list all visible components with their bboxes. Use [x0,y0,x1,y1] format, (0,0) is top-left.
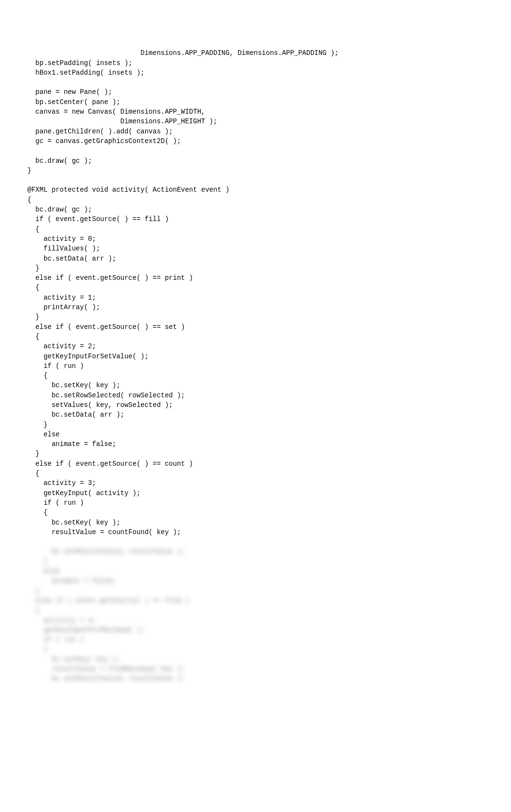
blurred-code-line: { [19,644,492,654]
blurred-code-line: activity = 4; [19,616,492,625]
code-line: } [19,449,492,458]
blurred-code-line: } [19,557,492,566]
blurred-code-line: resultValue = findMaximum( key ); [19,664,492,674]
code-line: pane.getChildren( ).add( canvas ); [19,127,492,136]
code-line: resultValue = countFound( key ); [19,527,492,537]
code-line: } [19,312,492,322]
code-line: activity = 1; [19,293,492,302]
code-line: bc.setData( arr ); [19,410,492,419]
blurred-code-line: else [19,566,492,576]
code-line: activity = 3; [19,478,492,488]
code-line: bc.setRowSelected( rowSelected ); [19,391,492,400]
blurred-code-block: bc.setResultValue( resultValue ); } else… [19,547,492,683]
code-line: bc.draw( gc ); [19,205,492,214]
code-document: Dimensions.APP_PADDING, Dimensions.APP_P… [0,0,511,713]
code-line: bc.draw( gc ); [19,156,492,166]
code-block: Dimensions.APP_PADDING, Dimensions.APP_P… [19,48,492,537]
code-line: } [19,166,492,175]
blurred-code-line: bc.setResultValue( resultValue ); [19,547,492,556]
code-line: else [19,430,492,439]
code-line: { [19,508,492,517]
code-line: } [19,420,492,430]
code-line: bc.setKey( key ); [19,380,492,390]
code-line: else if ( event.getSource( ) == count ) [19,459,492,469]
code-line: else if ( event.getSource( ) == set ) [19,322,492,332]
code-line: Dimensions.APP_PADDING, Dimensions.APP_P… [19,48,492,58]
code-line: gc = canvas.getGraphicsContext2D( ); [19,136,492,146]
code-line: hBox1.setPadding( insets ); [19,68,492,78]
code-line: if ( run ) [19,498,492,508]
blurred-code-line: { [19,605,492,615]
code-line: bc.setData( arr ); [19,254,492,263]
code-line: { [19,371,492,380]
blurred-code-line: animate = false; [19,576,492,586]
code-line [19,175,492,185]
code-line: pane = new Pane( ); [19,87,492,97]
blurred-code-line: getKeyInputForMaximum( ); [19,625,492,635]
code-line: } [19,263,492,273]
code-line: if ( run ) [19,361,492,371]
blurred-code-line: if ( run ) [19,635,492,644]
code-line: fillValues( ); [19,244,492,253]
code-line: printArray( ); [19,302,492,312]
code-line: canvas = new Canvas( Dimensions.APP_WIDT… [19,107,492,117]
code-line: { [19,332,492,341]
blurred-code-line: } [19,586,492,596]
code-line: { [19,224,492,234]
code-line: setValues( key, rowSelected ); [19,400,492,410]
code-line: getKeyInput( activity ); [19,488,492,498]
code-line: { [19,469,492,478]
blurred-code-line: bc.setResultValue( resultValue ); [19,674,492,683]
code-line: animate = false; [19,439,492,449]
blurred-code-line: else if ( event.getSource( ) == find ) [19,596,492,605]
code-line: getKeyInputForSetValue( ); [19,352,492,361]
code-line: @FXML protected void activity( ActionEve… [19,185,492,195]
code-line: Dimensions.APP_HEIGHT ); [19,117,492,126]
code-line: activity = 2; [19,341,492,351]
code-line: bp.setPadding( insets ); [19,58,492,68]
code-line: else if ( event.getSource( ) == print ) [19,273,492,283]
code-line: { [19,195,492,205]
code-line: bp.setCenter( pane ); [19,97,492,107]
code-line: activity = 0; [19,234,492,244]
blurred-code-line: bc.setKey( key ); [19,655,492,664]
code-line [19,78,492,87]
code-line [19,146,492,156]
code-line: bc.setKey( key ); [19,518,492,527]
code-line: { [19,283,492,292]
code-line: if ( event.getSource( ) == fill ) [19,214,492,224]
